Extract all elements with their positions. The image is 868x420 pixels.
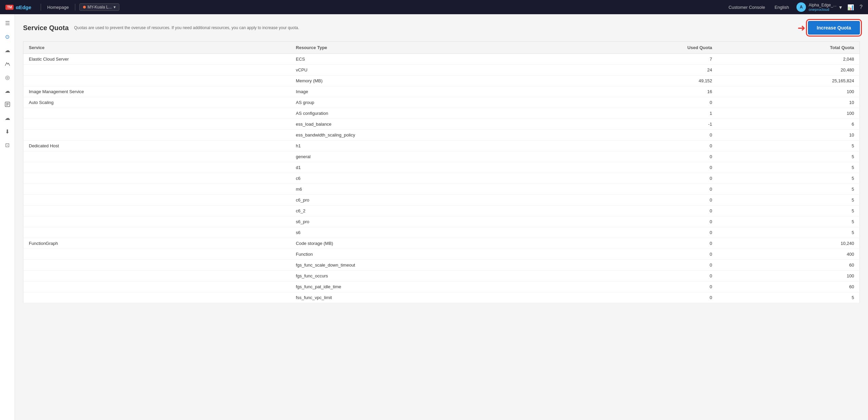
location-selector[interactable]: MY-Kuala L... ▾ — [79, 3, 119, 11]
language-selector[interactable]: English — [772, 5, 791, 10]
cell-used-quota: 0 — [574, 292, 717, 303]
user-menu[interactable]: A Alpha_Edge_... oneprocloud ▾ — [796, 2, 842, 12]
table-header-row: Service Resource Type Used Quota Total Q… — [23, 42, 860, 54]
cell-resource-type: d1 — [291, 162, 574, 173]
table-row: m605 — [23, 184, 860, 195]
table-row: Image Management ServiceImage16100 — [23, 86, 860, 97]
cell-service — [23, 249, 291, 260]
table-row: fss_func_vpc_limit05 — [23, 292, 860, 303]
cell-service: Dedicated Host — [23, 141, 291, 151]
cell-total-quota: 5 — [717, 141, 860, 151]
table-row: Elastic Cloud ServerECS72,048 — [23, 54, 860, 65]
customer-console-link[interactable]: Customer Console — [727, 5, 767, 10]
main-content: Service Quota Quotas are used to prevent… — [15, 14, 868, 420]
location-dot — [83, 6, 86, 8]
cell-service — [23, 130, 291, 141]
cell-used-quota: 24 — [574, 65, 717, 76]
cell-total-quota: 60 — [717, 260, 860, 271]
col-total-quota: Total Quota — [717, 42, 860, 54]
cell-used-quota: 0 — [574, 271, 717, 281]
cell-resource-type: ECS — [291, 54, 574, 65]
cell-total-quota: 400 — [717, 249, 860, 260]
cell-resource-type: Memory (MB) — [291, 76, 574, 86]
cell-service: FunctionGraph — [23, 238, 291, 249]
sidebar-item-dashboard[interactable]: ⊙ — [1, 30, 14, 43]
cell-total-quota: 5 — [717, 292, 860, 303]
cell-total-quota: 5 — [717, 216, 860, 227]
cell-used-quota: 0 — [574, 238, 717, 249]
location-chevron: ▾ — [114, 5, 116, 9]
sidebar-item-cloud3[interactable]: ☁ — [1, 112, 14, 124]
cell-resource-type: Image — [291, 86, 574, 97]
help-icon[interactable]: ? — [860, 4, 863, 10]
table-row: fgs_func_pat_idle_time060 — [23, 281, 860, 292]
location-label: MY-Kuala L... — [87, 5, 112, 9]
cell-service — [23, 260, 291, 271]
cell-used-quota: 0 — [574, 130, 717, 141]
cell-resource-type: c6_2 — [291, 206, 574, 216]
chart-icon[interactable]: 📊 — [847, 4, 854, 10]
cell-used-quota: 16 — [574, 86, 717, 97]
cell-used-quota: 0 — [574, 141, 717, 151]
user-avatar: A — [796, 2, 806, 12]
sidebar-item-box[interactable]: ⊡ — [1, 139, 14, 151]
table-row: c6_pro05 — [23, 195, 860, 206]
cell-total-quota: 100 — [717, 108, 860, 119]
cell-resource-type: AS group — [291, 97, 574, 108]
cell-total-quota: 10 — [717, 97, 860, 108]
cell-service — [23, 281, 291, 292]
cell-used-quota: 0 — [574, 151, 717, 162]
cell-used-quota: 0 — [574, 281, 717, 292]
cell-resource-type: vCPU — [291, 65, 574, 76]
increase-quota-button[interactable]: Increase Quota — [808, 21, 860, 35]
cell-resource-type: Code storage (MB) — [291, 238, 574, 249]
homepage-link[interactable]: Homepage — [45, 5, 71, 10]
cell-resource-type: c6 — [291, 173, 574, 184]
cell-used-quota: 0 — [574, 227, 717, 238]
table-row: c605 — [23, 173, 860, 184]
page-subtitle: Quotas are used to prevent the overuse o… — [74, 25, 299, 30]
table-row: d105 — [23, 162, 860, 173]
page-title: Service Quota — [23, 24, 69, 32]
cell-resource-type: fgs_func_scale_down_timeout — [291, 260, 574, 271]
cell-service — [23, 162, 291, 173]
cell-used-quota: 0 — [574, 206, 717, 216]
cell-used-quota: 0 — [574, 173, 717, 184]
col-used-quota: Used Quota — [574, 42, 717, 54]
table-row: general05 — [23, 151, 860, 162]
sidebar-item-mountain[interactable] — [1, 58, 14, 70]
user-chevron-icon: ▾ — [839, 4, 842, 10]
logo: TM αEdge — [5, 4, 31, 10]
cell-service: Auto Scaling — [23, 97, 291, 108]
cell-service — [23, 216, 291, 227]
cell-resource-type: general — [291, 151, 574, 162]
sidebar-item-circle[interactable]: ◎ — [1, 71, 14, 83]
cell-service — [23, 184, 291, 195]
sidebar-item-menu[interactable]: ☰ — [1, 17, 14, 29]
sidebar-item-cloud[interactable]: ☁ — [1, 44, 14, 56]
cell-total-quota: 25,165,824 — [717, 76, 860, 86]
table-row: Memory (MB)49,15225,165,824 — [23, 76, 860, 86]
table-row: Auto ScalingAS group010 — [23, 97, 860, 108]
cell-resource-type: h1 — [291, 141, 574, 151]
topnav: TM αEdge Homepage MY-Kuala L... ▾ Custom… — [0, 0, 868, 14]
cell-used-quota: -1 — [574, 119, 717, 130]
sidebar: ☰ ⊙ ☁ ◎ ☁ ☁ ⬇ ⊡ — [0, 14, 15, 420]
cell-service — [23, 195, 291, 206]
cell-used-quota: 1 — [574, 108, 717, 119]
cell-service — [23, 206, 291, 216]
sidebar-item-notes[interactable] — [1, 98, 14, 110]
cell-total-quota: 10 — [717, 130, 860, 141]
cell-total-quota: 100 — [717, 86, 860, 97]
sidebar-item-download[interactable]: ⬇ — [1, 125, 14, 138]
cell-service — [23, 292, 291, 303]
arrow-btn-area: ➜ Increase Quota — [797, 21, 860, 35]
table-row: fgs_func_scale_down_timeout060 — [23, 260, 860, 271]
cell-used-quota: 49,152 — [574, 76, 717, 86]
sidebar-item-cloud2[interactable]: ☁ — [1, 85, 14, 97]
cell-used-quota: 0 — [574, 260, 717, 271]
page-title-area: Service Quota Quotas are used to prevent… — [23, 24, 299, 32]
user-info: Alpha_Edge_... oneprocloud — [809, 3, 836, 12]
cell-resource-type: c6_pro — [291, 195, 574, 206]
cell-total-quota: 5 — [717, 151, 860, 162]
